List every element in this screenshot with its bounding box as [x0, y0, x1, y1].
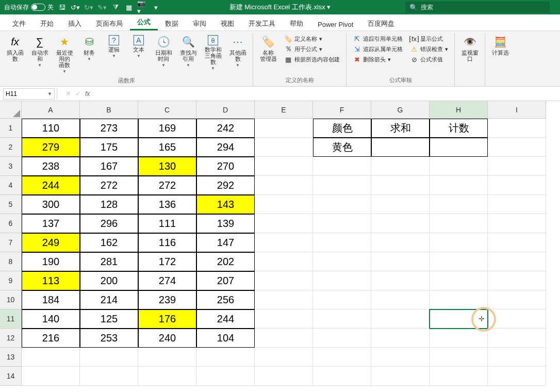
autosum-button[interactable]: ∑ 自动求和 ▼	[28, 33, 52, 70]
cell-I12[interactable]	[488, 329, 546, 348]
row-header-1[interactable]: 1	[0, 119, 22, 138]
tab-开始[interactable]: 开始	[33, 16, 61, 30]
cell-I10[interactable]	[488, 290, 546, 309]
cell-A1[interactable]: 110	[22, 119, 80, 138]
cell-E3[interactable]	[255, 157, 313, 176]
cell-I5[interactable]	[488, 195, 546, 214]
row-header-7[interactable]: 7	[0, 233, 22, 252]
cell-D5[interactable]: 143	[196, 195, 255, 214]
cell-B1[interactable]: 273	[80, 119, 138, 138]
search-box[interactable]: 🔍	[405, 2, 550, 13]
column-header-C[interactable]: C	[138, 101, 196, 119]
cell-A13[interactable]	[22, 348, 80, 367]
cell-C14[interactable]	[138, 367, 196, 386]
cell-F4[interactable]	[313, 176, 371, 195]
cell-B3[interactable]: 167	[80, 157, 138, 176]
row-header-2[interactable]: 2	[0, 138, 22, 157]
watch-window-button[interactable]: 👁️ 监视窗口	[458, 33, 482, 64]
cell-D13[interactable]	[196, 348, 255, 367]
cell-F12[interactable]	[313, 329, 371, 348]
cell-D11[interactable]: 244	[196, 309, 255, 329]
cell-G14[interactable]	[371, 367, 430, 386]
cell-A4[interactable]: 244	[22, 176, 80, 195]
cell-F3[interactable]	[313, 157, 371, 176]
cell-C10[interactable]: 239	[138, 290, 196, 309]
cell-H3[interactable]	[430, 157, 488, 176]
formula-input[interactable]	[96, 88, 560, 100]
cell-E13[interactable]	[255, 348, 313, 367]
logical-button[interactable]: ? 逻辑 ▼	[102, 33, 126, 60]
cell-D14[interactable]	[196, 367, 255, 386]
cell-D10[interactable]: 256	[196, 290, 255, 309]
cell-G3[interactable]	[371, 157, 430, 176]
cell-A6[interactable]: 137	[22, 214, 80, 233]
tab-百度网盘[interactable]: 百度网盘	[360, 16, 402, 30]
math-button[interactable]: θ 数学和 三角函数 ▼	[201, 33, 225, 73]
cell-B12[interactable]: 253	[80, 329, 138, 348]
cell-B4[interactable]: 272	[80, 176, 138, 195]
cell-H6[interactable]	[430, 214, 488, 233]
trace-dependents-button[interactable]: ⇲追踪从属单元格	[352, 44, 404, 54]
cell-H9[interactable]	[430, 271, 488, 290]
row-header-13[interactable]: 13	[0, 348, 22, 367]
name-box[interactable]: H11 ▼	[3, 88, 55, 100]
cell-G7[interactable]	[371, 233, 430, 252]
cell-G8[interactable]	[371, 252, 430, 271]
show-formulas-button[interactable]: ⁅fx⁆显示公式	[409, 34, 449, 43]
cell-E2[interactable]	[255, 138, 313, 157]
error-check-button[interactable]: ⚠错误检查 ▾	[409, 44, 449, 54]
cell-H13[interactable]	[430, 348, 488, 367]
cell-E4[interactable]	[255, 176, 313, 195]
cell-A9[interactable]: 113	[22, 271, 80, 290]
row-header-12[interactable]: 12	[0, 329, 22, 348]
cell-B5[interactable]: 128	[80, 195, 138, 214]
cell-G13[interactable]	[371, 348, 430, 367]
cell-I9[interactable]	[488, 271, 546, 290]
cell-I13[interactable]	[488, 348, 546, 367]
cell-C13[interactable]	[138, 348, 196, 367]
tab-Power Pivot[interactable]: Power Pivot	[310, 18, 360, 30]
cell-A8[interactable]: 190	[22, 252, 80, 271]
row-header-9[interactable]: 9	[0, 271, 22, 290]
cell-G5[interactable]	[371, 195, 430, 214]
camera-icon[interactable]: 📷▾	[137, 2, 147, 12]
cell-C1[interactable]: 169	[138, 119, 196, 138]
row-header-8[interactable]: 8	[0, 252, 22, 271]
cell-G4[interactable]	[371, 176, 430, 195]
cancel-formula-icon[interactable]: ✕	[65, 90, 71, 97]
filter-icon[interactable]: ⧩	[110, 2, 121, 12]
cell-B14[interactable]	[80, 367, 138, 386]
cell-F1[interactable]: 颜色	[313, 119, 371, 138]
cell-E6[interactable]	[255, 214, 313, 233]
cell-A2[interactable]: 279	[22, 138, 80, 157]
column-header-A[interactable]: A	[22, 101, 80, 119]
cell-D8[interactable]: 202	[196, 252, 255, 271]
fx-label-icon[interactable]: fx	[85, 90, 90, 97]
use-in-formula-button[interactable]: ％用于公式 ▾	[283, 44, 341, 54]
cell-E11[interactable]	[255, 309, 313, 329]
cell-A10[interactable]: 184	[22, 290, 80, 309]
tab-页面布局[interactable]: 页面布局	[89, 16, 130, 30]
cell-I3[interactable]	[488, 157, 546, 176]
cell-D4[interactable]: 292	[196, 176, 255, 195]
accept-formula-icon[interactable]: ✓	[75, 90, 81, 97]
cell-C4[interactable]: 272	[138, 176, 196, 195]
other-functions-button[interactable]: ⋯ 其他函数 ▼	[226, 33, 250, 70]
cell-C2[interactable]: 165	[138, 138, 196, 157]
cell-C9[interactable]: 274	[138, 271, 196, 290]
cell-B13[interactable]	[80, 348, 138, 367]
redo-icon[interactable]: ↻▾	[84, 2, 94, 12]
column-header-H[interactable]: H	[430, 101, 488, 119]
lookup-button[interactable]: 🔍 查找与引用 ▼	[176, 33, 200, 70]
define-name-button[interactable]: 🏷️定义名称 ▾	[283, 34, 341, 43]
tab-视图[interactable]: 视图	[213, 16, 241, 30]
cell-G12[interactable]	[371, 329, 430, 348]
cell-H7[interactable]	[430, 233, 488, 252]
cell-C5[interactable]: 136	[138, 195, 196, 214]
row-header-11[interactable]: 11	[0, 309, 22, 329]
cell-B2[interactable]: 175	[80, 138, 138, 157]
recent-functions-button[interactable]: ★ 最近使用的 函数 ▼	[53, 33, 76, 76]
column-header-F[interactable]: F	[313, 101, 371, 119]
cell-A5[interactable]: 300	[22, 195, 80, 214]
cell-F7[interactable]	[313, 233, 371, 252]
